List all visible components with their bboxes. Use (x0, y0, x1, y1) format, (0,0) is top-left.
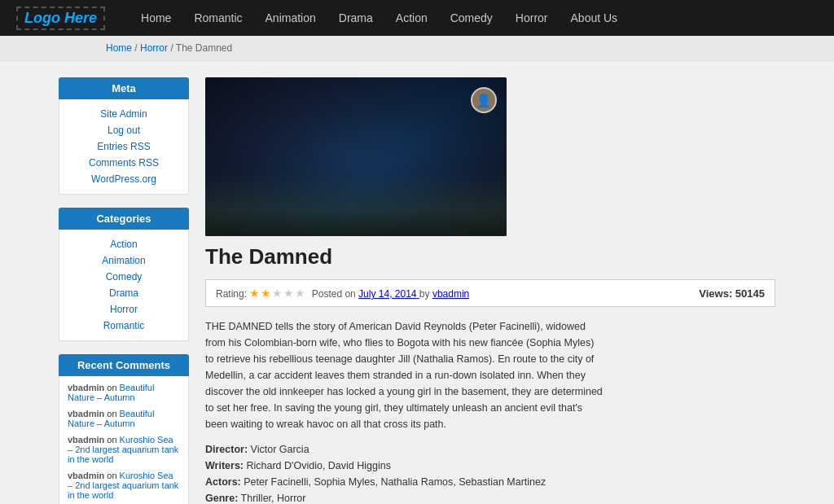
category-link-drama[interactable]: Drama (59, 285, 188, 301)
genre-value: Thriller, Horror (241, 493, 306, 504)
genre-line: Genre: Thriller, Horror (205, 493, 775, 504)
recent-comments-title: Recent Comments (59, 354, 189, 376)
nav-item-comedy[interactable]: Comedy (439, 0, 504, 36)
comment-item: vbadmin on Beautiful Nature – Autumn (68, 409, 180, 428)
star-empty[interactable]: ★ (295, 287, 305, 300)
meta-links: Site AdminLog outEntries RSSComments RSS… (59, 99, 189, 195)
movie-image: 👤 (205, 77, 507, 236)
rating-box: Rating: ★★★★★ Posted on July 14, 2014 by… (205, 279, 775, 307)
genre-label: Genre: (205, 493, 238, 504)
meta-title: Meta (59, 77, 189, 99)
category-link-horror[interactable]: Horror (59, 301, 188, 318)
nav-item-drama[interactable]: Drama (327, 0, 384, 36)
category-link-romantic[interactable]: Romantic (59, 318, 188, 334)
writers-line: Writers: Richard D'Ovidio, David Higgins (205, 460, 775, 471)
rating-date-link[interactable]: July 14, 2014 (358, 288, 419, 300)
comment-user: vbadmin (68, 435, 104, 445)
star-filled[interactable]: ★ (249, 287, 260, 300)
writers-value: Richard D'Ovidio, David Higgins (247, 460, 391, 471)
meta-link-site-admin[interactable]: Site Admin (59, 106, 188, 122)
director-label: Director: (205, 444, 248, 455)
categories-links: ActionAnimationComedyDramaHorrorRomantic (59, 230, 189, 341)
category-link-comedy[interactable]: Comedy (59, 269, 188, 285)
rating-author-link[interactable]: vbadmin (432, 288, 469, 300)
meta-link-log-out[interactable]: Log out (59, 122, 188, 138)
nav-item-horror[interactable]: Horror (504, 0, 560, 36)
main-layout: Meta Site AdminLog outEntries RSSComment… (50, 61, 784, 504)
content-area: 👤 The Damned Rating: ★★★★★ Posted on Jul… (205, 77, 775, 504)
meta-link-wordpress.org[interactable]: WordPress.org (59, 171, 188, 187)
comment-item: vbadmin on Beautiful Nature – Autumn (68, 383, 180, 402)
nav-item-about-us[interactable]: About Us (560, 0, 630, 36)
rating-posted: Posted on July 14, 2014 by vbadmin (312, 288, 470, 300)
recent-comments-box: Recent Comments vbadmin on Beautiful Nat… (59, 354, 189, 504)
writers-label: Writers: (205, 460, 244, 471)
movie-avatar: 👤 (471, 87, 497, 113)
meta-link-entries-rss[interactable]: Entries RSS (59, 138, 188, 155)
comment-user: vbadmin (68, 409, 104, 419)
rating-left: Rating: ★★★★★ Posted on July 14, 2014 by… (216, 287, 469, 300)
director-value: Victor Garcia (251, 444, 309, 455)
sidebar: Meta Site AdminLog outEntries RSSComment… (59, 77, 189, 504)
header: Logo Here HomeRomanticAnimationDramaActi… (0, 0, 834, 36)
nav-item-action[interactable]: Action (384, 0, 439, 36)
nav-item-romantic[interactable]: Romantic (182, 0, 253, 36)
actors-value: Peter Facinelli, Sophia Myles, Nathalia … (244, 476, 546, 488)
categories-box: Categories ActionAnimationComedyDramaHor… (59, 208, 189, 341)
recent-comments-content: vbadmin on Beautiful Nature – Autumnvbad… (59, 376, 189, 504)
star-empty[interactable]: ★ (283, 287, 294, 300)
comment-user: vbadmin (68, 383, 104, 392)
categories-title: Categories (59, 208, 189, 230)
meta-link-comments-rss[interactable]: Comments RSS (59, 155, 188, 171)
director-line: Director: Victor Garcia (205, 444, 775, 455)
actors-line: Actors: Peter Facinelli, Sophia Myles, N… (205, 476, 775, 488)
category-link-action[interactable]: Action (59, 236, 188, 252)
logo: Logo Here (16, 7, 105, 30)
comment-item: vbadmin on Kuroshio Sea – 2nd largest aq… (68, 435, 180, 464)
breadcrumb-home[interactable]: Home (106, 42, 132, 54)
actors-label: Actors: (205, 476, 241, 488)
nav-item-animation[interactable]: Animation (254, 0, 327, 36)
breadcrumb-horror[interactable]: Horror (140, 42, 168, 54)
movie-description: THE DAMNED tells the story of American D… (205, 318, 604, 432)
nav-item-home[interactable]: Home (129, 0, 182, 36)
rating-stars[interactable]: ★★★★★ (249, 287, 305, 300)
navigation: HomeRomanticAnimationDramaActionComedyHo… (129, 0, 629, 36)
breadcrumb-current: The Damned (176, 42, 232, 54)
movie-clouds (205, 171, 507, 236)
views-count: Views: 50145 (699, 287, 765, 300)
comment-user: vbadmin (68, 471, 104, 480)
breadcrumb: Home / Horror / The Damned (0, 36, 834, 61)
meta-box: Meta Site AdminLog outEntries RSSComment… (59, 77, 189, 195)
star-empty[interactable]: ★ (272, 287, 283, 300)
category-link-animation[interactable]: Animation (59, 252, 188, 269)
movie-title: The Damned (205, 244, 775, 270)
star-filled[interactable]: ★ (261, 287, 271, 300)
comment-item: vbadmin on Kuroshio Sea – 2nd largest aq… (68, 471, 180, 500)
rating-label: Rating: (216, 288, 247, 300)
